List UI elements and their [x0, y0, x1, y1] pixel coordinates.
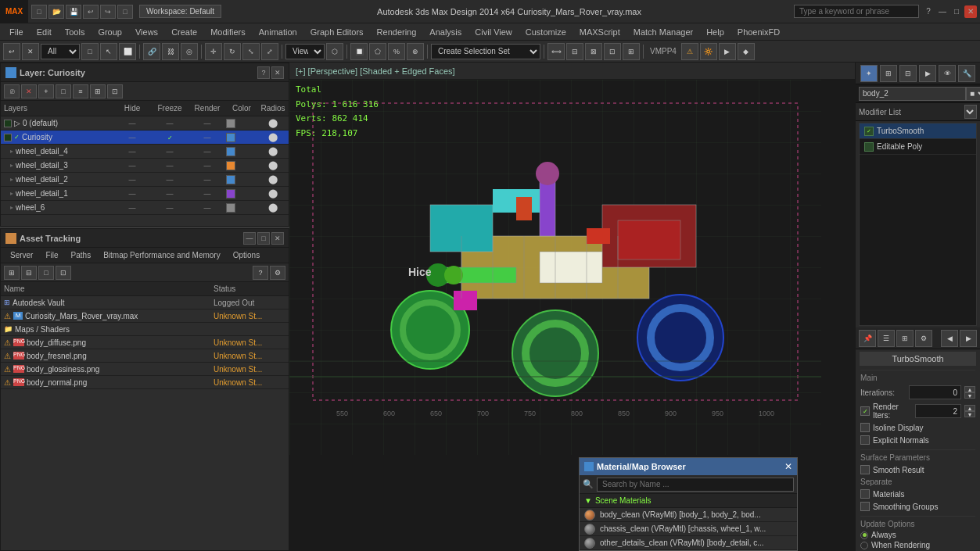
asset-tb-help[interactable]: ? [253, 266, 268, 280]
iterations-up[interactable]: ▲ [964, 386, 975, 392]
asset-tb4[interactable]: ⊡ [56, 266, 71, 280]
minimize-btn[interactable]: — [936, 5, 949, 18]
motion-btn[interactable]: ▶ [919, 65, 936, 82]
asset-max-btn[interactable]: □ [257, 232, 270, 245]
menu-civil-view[interactable]: Civil View [468, 26, 518, 38]
search-input[interactable] [794, 5, 919, 18]
layer-checkbox[interactable] [4, 134, 12, 141]
tb-btn6[interactable]: □ [117, 5, 133, 19]
menu-group[interactable]: Group [92, 26, 128, 38]
align3-btn[interactable]: ⊡ [604, 43, 621, 60]
move-btn[interactable]: ✛ [205, 43, 222, 60]
layer-row[interactable]: ▸ wheel_detail_4 — — — ⬤ [1, 145, 289, 159]
object-color-dropdown[interactable]: ■ [966, 87, 980, 101]
explicit-checkbox[interactable] [860, 435, 870, 445]
help-icon[interactable]: ? [922, 5, 935, 18]
color-swatch[interactable] [226, 147, 235, 156]
rp-extra2-btn[interactable]: ▶ [960, 330, 977, 347]
hierarchy-btn[interactable]: ⊟ [899, 65, 917, 82]
display-btn[interactable]: 👁 [939, 65, 956, 82]
filter-dropdown[interactable]: All [41, 44, 80, 59]
bind-btn[interactable]: ◎ [181, 43, 198, 60]
viewport[interactable]: [+] [Perspective] [Shaded + Edged Faces]… [289, 63, 855, 551]
asset-row[interactable]: ⚠ PNG body_normal.png Unknown St... [1, 376, 289, 389]
select-all-btn[interactable]: ↩ [3, 43, 20, 60]
menu-rendering[interactable]: Rendering [371, 26, 423, 38]
asset-menu-paths[interactable]: Paths [65, 249, 98, 261]
maximize-btn[interactable]: □ [950, 5, 963, 18]
color-swatch[interactable] [226, 175, 235, 184]
asset-menu-file[interactable]: File [39, 249, 64, 261]
unlink-btn[interactable]: ⛓ [162, 43, 179, 60]
utilities-btn[interactable]: 🔧 [958, 65, 975, 82]
render-iters-down[interactable]: ▼ [964, 411, 975, 417]
material-close-btn[interactable]: ✕ [784, 461, 792, 472]
scale2-btn[interactable]: ⤢ [261, 43, 278, 60]
layer-tb-4[interactable]: ≡ [73, 84, 88, 98]
menu-modifiers[interactable]: Modifiers [204, 26, 252, 38]
menu-match-manager[interactable]: Match Manager [627, 26, 699, 38]
use-pivot-btn[interactable]: ⬡ [326, 43, 343, 60]
asset-tb2[interactable]: ⊟ [21, 266, 37, 280]
menu-file[interactable]: File [3, 26, 30, 38]
spinner-snap-btn[interactable]: ⊕ [407, 43, 424, 60]
asset-row[interactable]: ⚠ M Curiosity_Mars_Rover_vray.max Unknow… [1, 309, 289, 323]
pin-btn[interactable]: 📌 [859, 330, 876, 347]
modifier-item-turbosmooth[interactable]: TurboSmooth [860, 123, 976, 139]
asset-row[interactable]: ⚠ PNG body_glossiness.png Unknown St... [1, 363, 289, 376]
percent-snap-btn[interactable]: % [388, 43, 405, 60]
select-none-btn[interactable]: ✕ [22, 43, 39, 60]
color-swatch[interactable] [226, 133, 235, 142]
color-swatch[interactable] [226, 119, 235, 128]
asset-close-btn[interactable]: ✕ [271, 232, 284, 245]
layer-row[interactable]: ▸ wheel_6 — — — ⬤ [1, 201, 289, 215]
rp-extra-btn[interactable]: ◀ [941, 330, 958, 347]
menu-phoenixfd[interactable]: PhoenixFD [731, 26, 786, 38]
object-name-input[interactable] [859, 87, 966, 101]
close-btn[interactable]: ✕ [964, 5, 977, 18]
layer-tb-1[interactable]: ⎚ [4, 84, 20, 98]
when-rendering-radio[interactable]: When Rendering [856, 540, 980, 550]
layer-checkbox[interactable] [4, 120, 12, 127]
asset-menu-server[interactable]: Server [4, 249, 39, 261]
open-btn[interactable]: 📂 [48, 5, 64, 19]
iterations-down[interactable]: ▼ [964, 392, 975, 399]
layer-row[interactable]: ▷ 0 (default) — — — ⬤ [1, 116, 289, 131]
align4-btn[interactable]: ⊞ [623, 43, 640, 60]
menu-graph-editors[interactable]: Graph Editors [304, 26, 370, 38]
asset-row[interactable]: ⚠ PNG body_diffuse.png Unknown St... [1, 336, 289, 349]
material-row[interactable]: other_details_clean (VRayMtl) [body_deta… [580, 536, 797, 550]
iterations-input[interactable] [909, 385, 962, 399]
asset-min-btn[interactable]: — [243, 232, 256, 245]
asset-menu-bitmap[interactable]: Bitmap Performance and Memory [97, 249, 227, 261]
select-object-btn[interactable]: □ [81, 43, 99, 60]
material-row[interactable]: body_clean (VRayMtl) [body_1, body_2, bo… [580, 508, 797, 522]
save-btn[interactable]: 💾 [66, 5, 81, 19]
smoothing-checkbox[interactable] [860, 502, 870, 511]
modifier-checkbox[interactable] [864, 127, 874, 136]
layer-row[interactable]: ✓ Curiosity — ✓ — ⬤ [1, 131, 289, 145]
render-iters-up[interactable]: ▲ [964, 405, 975, 411]
config-btn[interactable]: ⚙ [915, 330, 932, 347]
align-btn[interactable]: ⊟ [566, 43, 583, 60]
layer-tb-3[interactable]: □ [56, 84, 71, 98]
material-search-input[interactable] [597, 478, 794, 492]
menu-tools[interactable]: Tools [59, 26, 92, 38]
asset-tb1[interactable]: ⊞ [4, 266, 20, 280]
render-iters-input[interactable] [915, 404, 962, 418]
menu-analysis[interactable]: Analysis [423, 26, 468, 38]
warning-btn[interactable]: ⚠ [681, 43, 698, 60]
undo-btn[interactable]: ↩ [83, 5, 99, 19]
color-swatch[interactable] [226, 203, 235, 213]
channel-btn[interactable]: ⊞ [896, 330, 914, 347]
asset-row[interactable]: ⚠ PNG body_fresnel.png Unknown St... [1, 349, 289, 363]
isoline-checkbox[interactable] [860, 423, 870, 432]
viewport-canvas[interactable]: Total Polys: 1 616 316 Verts: 862 414 FP… [289, 63, 855, 551]
align2-btn[interactable]: ⊠ [585, 43, 602, 60]
render-btn[interactable]: ▶ [719, 43, 736, 60]
ref-coord-dropdown[interactable]: View [285, 44, 325, 59]
layer-tb-6[interactable]: ⊡ [107, 84, 123, 98]
angle-snap-btn[interactable]: ⬠ [369, 43, 386, 60]
create-btn[interactable]: ✦ [860, 65, 878, 82]
layer-tb-add[interactable]: + [38, 84, 54, 98]
